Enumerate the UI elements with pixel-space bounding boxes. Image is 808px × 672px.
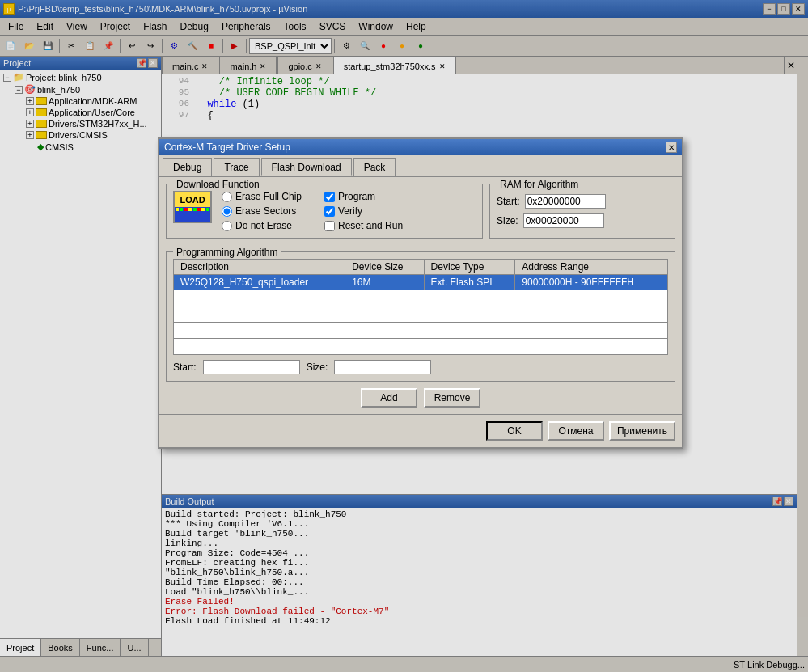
- tab-books[interactable]: Books: [41, 639, 80, 656]
- toolbar-target-select[interactable]: BSP_QSPI_Init: [249, 38, 332, 54]
- toolbar-paste[interactable]: 📌: [99, 37, 117, 55]
- close-button[interactable]: ✕: [792, 3, 805, 15]
- tab-mainc-close[interactable]: ✕: [201, 62, 208, 70]
- radio-do-not-erase-input[interactable]: [222, 221, 232, 231]
- menu-svcs[interactable]: SVCS: [313, 18, 353, 36]
- checkbox-program-input[interactable]: [324, 192, 335, 202]
- checkbox-verify-input[interactable]: [324, 206, 335, 217]
- tab-startup-close[interactable]: ✕: [439, 62, 446, 70]
- toolbar-rebuild[interactable]: 🔨: [184, 37, 201, 55]
- tab-project[interactable]: Project: [0, 639, 41, 656]
- tab-func[interactable]: Func...: [80, 639, 121, 656]
- toolbar-copy[interactable]: 📋: [81, 37, 99, 55]
- tree-expand-target[interactable]: −: [15, 86, 23, 94]
- project-tree[interactable]: − 📁 Project: blink_h750 − 🎯 blink_h750 +…: [0, 70, 161, 638]
- checkbox-group: Program Verify Reset and Run: [324, 191, 403, 231]
- toolbar-settings[interactable]: ⚙: [337, 37, 355, 55]
- menu-tools[interactable]: Tools: [277, 18, 313, 36]
- checkbox-program[interactable]: Program: [324, 191, 403, 202]
- tree-folder-drivers[interactable]: + Drivers/STM32H7xx_H...: [2, 118, 159, 129]
- checkbox-reset-run[interactable]: Reset and Run: [324, 220, 403, 231]
- right-scrollbar[interactable]: [797, 57, 808, 656]
- dialog-tab-trace[interactable]: Trace: [214, 158, 259, 176]
- ram-start-input[interactable]: [525, 194, 606, 209]
- tab-gpioc-close[interactable]: ✕: [315, 62, 322, 70]
- tree-expand-user[interactable]: +: [26, 108, 34, 116]
- radio-erase-full-input[interactable]: [222, 192, 232, 202]
- menu-file[interactable]: File: [2, 18, 30, 36]
- remove-button[interactable]: Remove: [424, 388, 480, 408]
- toolbar-debug[interactable]: ▶: [226, 37, 243, 55]
- tab-gpioc[interactable]: gpio.c ✕: [277, 57, 332, 74]
- toolbar-open[interactable]: 📂: [20, 37, 38, 55]
- maximize-button[interactable]: □: [777, 3, 790, 15]
- tree-cmsis[interactable]: ◆ CMSIS: [2, 141, 159, 153]
- minimize-button[interactable]: −: [763, 3, 776, 15]
- col-device-type: Device Type: [424, 260, 515, 275]
- tree-folder-user[interactable]: + Application/User/Core: [2, 107, 159, 118]
- toolbar-stop[interactable]: ■: [202, 37, 220, 55]
- panel-close-btn[interactable]: ✕: [148, 58, 158, 68]
- apply-button[interactable]: Применить: [609, 421, 675, 441]
- menu-project[interactable]: Project: [94, 18, 137, 36]
- close-editor-btn[interactable]: ✕: [784, 57, 797, 74]
- toolbar-btn1[interactable]: 🔍: [356, 37, 374, 55]
- tab-u[interactable]: U...: [121, 639, 148, 656]
- dialog-close-btn[interactable]: ✕: [666, 142, 677, 153]
- radio-erase-full[interactable]: Erase Full Chip: [222, 191, 302, 202]
- programming-algorithm-group: Programming Algorithm Description Device…: [166, 251, 675, 382]
- dialog-cortex-setup: Cortex-M Target Driver Setup ✕ Debug Tra…: [158, 137, 683, 449]
- menu-view[interactable]: View: [60, 18, 94, 36]
- algo-table-row-0[interactable]: W25Q128_H750_qspi_loader 16M Ext. Flash …: [174, 275, 668, 290]
- tree-cmsis-parent-label: Drivers/CMSIS: [49, 130, 108, 140]
- tab-mainc[interactable]: main.c ✕: [162, 57, 218, 74]
- tab-mainh-close[interactable]: ✕: [260, 62, 266, 70]
- menu-peripherals[interactable]: Peripherals: [215, 18, 277, 36]
- menu-edit[interactable]: Edit: [30, 18, 60, 36]
- toolbar-btn3[interactable]: ●: [393, 37, 411, 55]
- toolbar-btn2[interactable]: ●: [374, 37, 392, 55]
- checkbox-verify[interactable]: Verify: [324, 205, 403, 217]
- tree-folder-cmsis-parent[interactable]: + Drivers/CMSIS: [2, 129, 159, 141]
- toolbar-redo[interactable]: ↪: [142, 37, 159, 55]
- tree-expand-cmsis-parent[interactable]: +: [26, 131, 34, 139]
- dialog-tab-pack[interactable]: Pack: [353, 158, 396, 176]
- menu-debug[interactable]: Debug: [174, 18, 215, 36]
- tree-project-root[interactable]: − 📁 Project: blink_h750: [2, 71, 159, 83]
- tree-expand-root[interactable]: −: [3, 74, 11, 82]
- dialog-tab-debug[interactable]: Debug: [163, 158, 212, 176]
- checkbox-reset-run-input[interactable]: [324, 221, 335, 231]
- dialog-tab-flash[interactable]: Flash Download: [261, 158, 352, 176]
- tree-expand-drivers[interactable]: +: [26, 120, 34, 128]
- menu-window[interactable]: Window: [352, 18, 400, 36]
- build-pin-btn[interactable]: 📌: [772, 497, 782, 506]
- tab-startup[interactable]: startup_stm32h750xx.s ✕: [333, 57, 456, 74]
- add-button[interactable]: Add: [361, 388, 417, 408]
- menu-flash[interactable]: Flash: [137, 18, 173, 36]
- algo-size-input[interactable]: [334, 360, 431, 374]
- build-output-title: Build Output: [165, 497, 214, 506]
- menu-help[interactable]: Help: [400, 18, 433, 36]
- radio-do-not-erase[interactable]: Do not Erase: [222, 220, 302, 231]
- toolbar-btn4[interactable]: ●: [412, 37, 429, 55]
- toolbar-cut[interactable]: ✂: [62, 37, 80, 55]
- algo-start-input[interactable]: [203, 360, 300, 374]
- tree-expand-mdk[interactable]: +: [26, 97, 34, 105]
- build-close-btn[interactable]: ✕: [784, 497, 793, 506]
- toolbar-build[interactable]: ⚙: [165, 37, 183, 55]
- toolbar-undo[interactable]: ↩: [123, 37, 141, 55]
- ram-size-input[interactable]: [523, 213, 604, 228]
- tab-mainc-label: main.c: [172, 61, 198, 71]
- ok-button[interactable]: OK: [486, 421, 543, 441]
- panel-pin-btn[interactable]: 📌: [137, 58, 146, 68]
- toolbar-new[interactable]: 📄: [2, 37, 19, 55]
- toolbar-save[interactable]: 💾: [39, 37, 57, 55]
- tree-target[interactable]: − 🎯 blink_h750: [2, 83, 159, 95]
- radio-erase-sectors[interactable]: Erase Sectors: [222, 205, 302, 217]
- radio-erase-sectors-input[interactable]: [222, 206, 232, 217]
- cancel-button[interactable]: Отмена: [548, 421, 604, 441]
- title-bar-controls[interactable]: − □ ✕: [763, 3, 805, 15]
- tree-folder-mdk[interactable]: + Application/MDK-ARM: [2, 95, 159, 107]
- title-bar: μ P:\PrjFBD\temp_tests\blink_h750\MDK-AR…: [0, 0, 808, 18]
- tab-mainh[interactable]: main.h ✕: [219, 57, 277, 74]
